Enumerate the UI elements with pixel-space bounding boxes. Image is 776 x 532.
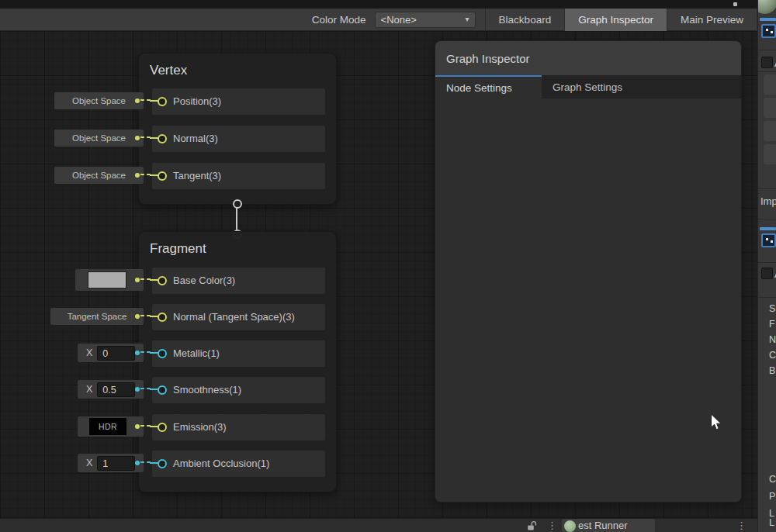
port-connector-line	[150, 100, 158, 102]
inspector-field-row[interactable]	[764, 74, 776, 95]
test-runner-tab[interactable]: est Runner	[562, 519, 655, 532]
port-connector-dot	[135, 351, 140, 355]
green-status-icon	[564, 520, 576, 532]
input-port-icon[interactable]	[158, 97, 167, 106]
port-connector-dot	[135, 424, 140, 429]
emission-color-field[interactable]: HDR	[78, 416, 144, 437]
graph-inspector-toggle-button[interactable]: Graph Inspector	[564, 9, 667, 31]
status-bar: ⋮ est Runner ⋮	[0, 518, 757, 532]
space-dropdown[interactable]: Object Space	[54, 167, 144, 184]
port-connector-line	[150, 174, 158, 176]
port-row-ambient-occlusion: Ambient Occlusion(1)	[152, 451, 325, 477]
float-input[interactable]: 0	[97, 346, 135, 361]
asset-icon-bar	[760, 227, 776, 230]
stack-link-top-icon[interactable]	[233, 199, 242, 209]
inspector-body	[435, 98, 741, 503]
truncated-property-label: F	[769, 319, 775, 330]
divider	[758, 262, 776, 263]
float-input[interactable]: 0.5	[97, 382, 135, 397]
divider	[758, 219, 776, 219]
input-port-icon[interactable]	[158, 134, 167, 143]
port-row-base-color: Base Color(3)	[152, 268, 325, 294]
port-label: Emission(3)	[173, 414, 227, 440]
float-input[interactable]: 1	[97, 456, 135, 471]
shader-graph-window: Color Mode <None> ▾ Blackboard Graph Ins…	[0, 0, 776, 532]
space-dropdown-label: Tangent Space	[68, 312, 127, 321]
window-top-strip	[0, 0, 757, 9]
enabled-checkbox[interactable]	[761, 57, 773, 68]
lock-open-icon[interactable]	[527, 520, 537, 531]
port-row-normal-ts: Normal (Tangent Space)(3)	[152, 304, 325, 330]
chevron-down-icon: ▾	[466, 16, 469, 23]
inspector-tab-bar: Node Settings Graph Settings	[435, 75, 741, 98]
port-label: Position(3)	[173, 88, 221, 115]
hdr-swatch[interactable]: HDR	[89, 418, 126, 435]
truncated-property-label: S	[769, 303, 775, 314]
vertex-master-node[interactable]: Vertex Position(3) Normal(3) Tangent(3)	[138, 53, 337, 205]
fragment-master-node[interactable]: Fragment Base Color(3) Normal (Tangent S…	[138, 231, 337, 492]
divider	[758, 188, 776, 189]
port-connector-dot	[135, 98, 140, 103]
color-swatch[interactable]	[88, 271, 126, 288]
inspector-field-row[interactable]	[764, 98, 776, 118]
x-axis-label: X	[86, 384, 92, 395]
port-connector-dot	[135, 461, 140, 465]
port-row-smoothness: Smoothness(1)	[152, 377, 325, 403]
node-title: Vertex	[150, 63, 187, 78]
input-port-icon[interactable]	[158, 349, 167, 358]
color-mode-dropdown[interactable]: <None> ▾	[375, 12, 476, 28]
port-row-emission: Emission(3)	[152, 414, 325, 440]
x-axis-label: X	[86, 347, 92, 358]
base-color-field[interactable]	[75, 269, 144, 291]
port-label: Normal(3)	[173, 126, 218, 152]
color-mode-value: <None>	[381, 14, 417, 26]
truncated-property-label: B	[769, 365, 775, 376]
port-connector-dot	[135, 278, 140, 282]
port-label: Ambient Occlusion(1)	[173, 451, 269, 477]
divider	[758, 71, 776, 72]
space-dropdown[interactable]: Object Space	[54, 92, 144, 109]
port-connector-dot	[135, 136, 140, 140]
shader-graph-asset-icon	[760, 17, 776, 45]
input-port-icon[interactable]	[158, 313, 167, 322]
blackboard-toggle-button[interactable]: Blackboard	[485, 9, 565, 31]
smoothness-float-field: X 0.5	[78, 380, 144, 399]
enabled-checkbox[interactable]	[761, 268, 773, 279]
port-connector-line	[150, 352, 158, 354]
inspector-field-row[interactable]	[764, 144, 776, 164]
space-dropdown[interactable]: Object Space	[54, 130, 144, 147]
port-label: Normal (Tangent Space)(3)	[173, 304, 295, 330]
port-connector-dot	[135, 173, 140, 178]
port-connector-dot	[135, 387, 140, 392]
tab-node-settings[interactable]: Node Settings	[435, 75, 542, 98]
port-label: Base Color(3)	[173, 268, 235, 294]
kebab-menu-icon[interactable]: ⋮	[736, 520, 747, 532]
window-dot-icon	[733, 2, 737, 6]
space-dropdown[interactable]: Tangent Space	[50, 308, 144, 325]
mouse-cursor-icon	[710, 413, 722, 431]
input-port-icon[interactable]	[158, 276, 167, 285]
tab-graph-settings[interactable]: Graph Settings	[542, 75, 633, 98]
space-dropdown-label: Object Space	[72, 96, 126, 105]
ambient-occlusion-float-field: X 1	[78, 454, 144, 472]
kebab-menu-icon[interactable]: ⋮	[547, 520, 557, 532]
port-row-tangent: Tangent(3)	[152, 163, 325, 189]
imported-object-header: Imp	[760, 195, 776, 207]
port-row-normal: Normal(3)	[152, 126, 325, 152]
asset-icon-detail	[766, 238, 768, 240]
port-connector-dot	[135, 314, 140, 319]
truncated-property-label: C	[769, 350, 776, 361]
input-port-icon[interactable]	[158, 423, 167, 432]
truncated-property-label: P	[769, 491, 775, 502]
inspector-field-row[interactable]	[764, 121, 776, 141]
asset-icon-detail	[766, 29, 768, 31]
port-connector-line	[150, 316, 158, 317]
asset-icon-box	[761, 24, 776, 38]
input-port-icon[interactable]	[158, 385, 167, 395]
port-row-position: Position(3)	[152, 88, 325, 115]
input-port-icon[interactable]	[158, 171, 167, 181]
input-port-icon[interactable]	[158, 459, 167, 468]
divider	[758, 297, 776, 298]
unity-inspector-strip: A Imp A S F N C B C P L	[757, 0, 776, 532]
main-preview-toggle-button[interactable]: Main Preview	[667, 9, 757, 31]
